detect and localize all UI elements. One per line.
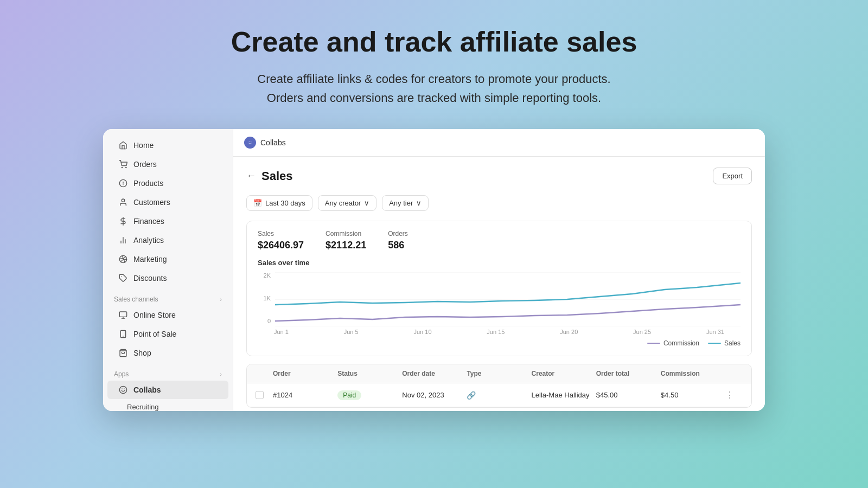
svg-point-23	[251, 142, 251, 142]
date-range-filter[interactable]: 📅 Last 30 days	[246, 195, 312, 211]
sidebar-item-finances[interactable]: Finances	[107, 212, 228, 230]
collabs-app-logo	[244, 137, 256, 149]
page-header: ← Sales Export	[246, 168, 752, 184]
svg-rect-15	[120, 331, 125, 338]
stats-row: Sales $26406.97 Commission $2112.21 Orde…	[258, 230, 741, 251]
hero-subtitle: Create affiliate links & codes for creat…	[11, 69, 857, 107]
row-order-num[interactable]: #1024	[273, 391, 337, 399]
hero-section: Create and track affiliate sales Create …	[0, 0, 868, 129]
sales-channels-section: Sales channels ›	[103, 288, 233, 305]
row-type: 🔗	[467, 391, 531, 400]
sidebar-item-shop-label: Shop	[133, 349, 151, 357]
page-header-left: ← Sales	[246, 169, 293, 183]
creator-filter[interactable]: Any creator ∨	[318, 195, 376, 211]
sidebar-item-collabs-label: Collabs	[133, 386, 161, 394]
svg-point-1	[126, 168, 126, 168]
sidebar-item-online-store[interactable]: Online Store	[107, 306, 228, 324]
svg-point-0	[122, 168, 122, 168]
col-creator: Creator	[532, 370, 596, 377]
stat-commission: Commission $2112.21	[326, 230, 366, 251]
row-commission: $4.50	[661, 391, 725, 399]
col-type: Type	[467, 370, 531, 377]
sidebar-item-discounts-label: Discounts	[133, 274, 167, 282]
page-content: ← Sales Export 📅 Last 30 days Any creato…	[233, 157, 765, 411]
sidebar-item-pos[interactable]: Point of Sale	[107, 325, 228, 343]
table-row: #1024 Paid Nov 02, 2023 🔗 Lella-Mae Hall…	[247, 383, 751, 407]
sidebar-sub-item-recruiting[interactable]: Recruiting	[107, 400, 228, 411]
app-window: Home Orders Products Customers Finances	[103, 129, 765, 411]
sidebar-item-home-label: Home	[133, 141, 154, 150]
sidebar-item-analytics-label: Analytics	[133, 236, 164, 245]
back-arrow-icon[interactable]: ←	[246, 170, 256, 182]
sidebar-item-home[interactable]: Home	[107, 136, 228, 155]
sidebar: Home Orders Products Customers Finances	[103, 129, 233, 411]
row-status: Paid	[337, 390, 402, 400]
apps-chevron[interactable]: ›	[220, 371, 222, 377]
sidebar-item-shop[interactable]: Shop	[107, 344, 228, 362]
page-title: Sales	[261, 169, 293, 183]
svg-point-5	[122, 199, 124, 202]
y-label-1k: 1K	[258, 295, 271, 301]
top-bar: Collabs	[233, 129, 765, 157]
finances-icon	[118, 216, 128, 226]
orders-icon	[118, 159, 128, 169]
chart-legend: Commission Sales	[258, 339, 741, 347]
row-more-actions[interactable]: ⋮	[725, 390, 743, 400]
col-checkbox	[256, 370, 273, 377]
three-dots-icon[interactable]: ⋮	[725, 390, 734, 400]
stat-orders: Orders 586	[388, 230, 408, 251]
legend-sales: Sales	[708, 339, 741, 347]
sidebar-item-marketing-label: Marketing	[133, 255, 167, 264]
sidebar-item-discounts[interactable]: Discounts	[107, 269, 228, 287]
home-icon	[118, 140, 128, 150]
sidebar-item-collabs[interactable]: Collabs	[107, 381, 228, 399]
svg-point-22	[249, 142, 250, 142]
col-commission: Commission	[661, 370, 725, 377]
status-badge-paid: Paid	[337, 390, 361, 400]
col-status: Status	[337, 370, 402, 377]
link-icon: 🔗	[467, 391, 476, 400]
commission-line-sample	[647, 343, 660, 344]
sidebar-item-marketing[interactable]: Marketing	[107, 250, 228, 268]
chart-x-labels: Jun 1 Jun 5 Jun 10 Jun 15 Jun 20 Jun 25 …	[258, 329, 741, 335]
tier-filter[interactable]: Any tier ∨	[382, 195, 429, 211]
sidebar-item-finances-label: Finances	[133, 217, 164, 226]
export-button[interactable]: Export	[713, 168, 752, 184]
orders-table: Order Status Order date Type Creator Ord…	[246, 364, 752, 408]
pos-icon	[118, 329, 128, 339]
sidebar-item-orders-label: Orders	[133, 160, 157, 169]
row-1-checkbox[interactable]	[256, 391, 264, 399]
sidebar-item-analytics[interactable]: Analytics	[107, 231, 228, 249]
svg-point-21	[247, 139, 253, 146]
row-order-total: $45.00	[596, 391, 661, 399]
filters-row: 📅 Last 30 days Any creator ∨ Any tier ∨	[246, 195, 752, 211]
col-order-total: Order total	[596, 370, 661, 377]
chart-svg	[275, 272, 741, 326]
stats-card: Sales $26406.97 Commission $2112.21 Orde…	[246, 221, 752, 356]
col-order: Order	[273, 370, 337, 377]
row-creator: Lella-Mae Halliday	[532, 391, 596, 399]
row-order-date: Nov 02, 2023	[402, 391, 467, 399]
products-icon	[118, 178, 128, 188]
sales-channels-chevron[interactable]: ›	[220, 296, 222, 303]
hero-title: Create and track affiliate sales	[11, 26, 857, 59]
topbar-app-name: Collabs	[260, 138, 286, 147]
y-label-2k: 2K	[258, 272, 271, 279]
analytics-icon	[118, 235, 128, 245]
table-header: Order Status Order date Type Creator Ord…	[247, 364, 751, 383]
row-checkbox[interactable]	[256, 391, 273, 399]
stat-sales: Sales $26406.97	[258, 230, 304, 251]
sidebar-item-products[interactable]: Products	[107, 174, 228, 192]
collabs-icon	[118, 385, 128, 395]
col-order-date: Order date	[402, 370, 467, 377]
sidebar-item-orders[interactable]: Orders	[107, 155, 228, 174]
calendar-icon: 📅	[253, 199, 262, 207]
legend-commission: Commission	[647, 339, 699, 347]
sidebar-item-products-label: Products	[133, 179, 163, 188]
svg-rect-12	[119, 312, 126, 317]
main-content: Collabs ← Sales Export 📅 Last 30 days An…	[233, 129, 765, 411]
sidebar-item-customers[interactable]: Customers	[107, 193, 228, 211]
creator-chevron-icon: ∨	[364, 199, 369, 207]
online-store-icon	[118, 310, 128, 320]
col-actions	[725, 370, 743, 377]
